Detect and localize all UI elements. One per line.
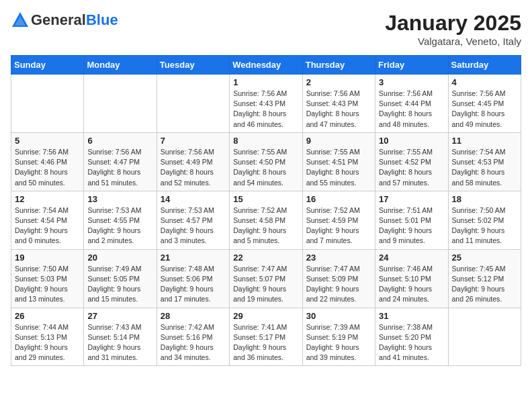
day-number: 30 bbox=[306, 311, 371, 321]
page-header: GeneralBlue January 2025 Valgatara, Vene… bbox=[11, 11, 521, 47]
logo-blue-text: Blue bbox=[86, 11, 118, 28]
weekday-header-thursday: Thursday bbox=[302, 56, 375, 75]
calendar-day-5: 5Sunrise: 7:56 AM Sunset: 4:46 PM Daylig… bbox=[11, 132, 84, 191]
calendar-empty-cell bbox=[11, 75, 84, 133]
day-info: Sunrise: 7:44 AM Sunset: 5:13 PM Dayligh… bbox=[15, 322, 80, 363]
calendar-empty-cell bbox=[157, 75, 229, 133]
day-number: 19 bbox=[15, 253, 80, 263]
day-info: Sunrise: 7:45 AM Sunset: 5:12 PM Dayligh… bbox=[452, 264, 517, 305]
calendar-day-1: 1Sunrise: 7:56 AM Sunset: 4:43 PM Daylig… bbox=[230, 75, 302, 133]
day-number: 9 bbox=[306, 136, 371, 146]
day-info: Sunrise: 7:50 AM Sunset: 5:02 PM Dayligh… bbox=[452, 205, 517, 246]
calendar-day-27: 27Sunrise: 7:43 AM Sunset: 5:14 PM Dayli… bbox=[84, 308, 157, 366]
day-number: 16 bbox=[306, 194, 371, 204]
calendar-day-31: 31Sunrise: 7:38 AM Sunset: 5:20 PM Dayli… bbox=[375, 308, 448, 366]
calendar-week-row: 26Sunrise: 7:44 AM Sunset: 5:13 PM Dayli… bbox=[11, 308, 521, 366]
day-info: Sunrise: 7:56 AM Sunset: 4:44 PM Dayligh… bbox=[379, 89, 444, 130]
calendar-day-15: 15Sunrise: 7:52 AM Sunset: 4:58 PM Dayli… bbox=[230, 191, 302, 249]
day-info: Sunrise: 7:53 AM Sunset: 4:57 PM Dayligh… bbox=[161, 205, 226, 246]
day-info: Sunrise: 7:50 AM Sunset: 5:03 PM Dayligh… bbox=[15, 264, 80, 305]
calendar-day-8: 8Sunrise: 7:55 AM Sunset: 4:50 PM Daylig… bbox=[230, 132, 302, 191]
day-number: 26 bbox=[15, 311, 80, 321]
calendar-day-26: 26Sunrise: 7:44 AM Sunset: 5:13 PM Dayli… bbox=[11, 308, 84, 366]
calendar-day-11: 11Sunrise: 7:54 AM Sunset: 4:53 PM Dayli… bbox=[448, 132, 521, 191]
calendar-day-18: 18Sunrise: 7:50 AM Sunset: 5:02 PM Dayli… bbox=[448, 191, 521, 249]
calendar-day-20: 20Sunrise: 7:49 AM Sunset: 5:05 PM Dayli… bbox=[84, 249, 157, 308]
day-info: Sunrise: 7:46 AM Sunset: 5:10 PM Dayligh… bbox=[379, 264, 444, 305]
day-info: Sunrise: 7:52 AM Sunset: 4:58 PM Dayligh… bbox=[233, 205, 298, 246]
calendar-week-row: 12Sunrise: 7:54 AM Sunset: 4:54 PM Dayli… bbox=[11, 191, 521, 249]
calendar-day-29: 29Sunrise: 7:41 AM Sunset: 5:17 PM Dayli… bbox=[230, 308, 302, 366]
day-number: 7 bbox=[161, 136, 226, 146]
day-info: Sunrise: 7:56 AM Sunset: 4:47 PM Dayligh… bbox=[87, 147, 152, 188]
day-number: 14 bbox=[161, 194, 226, 204]
day-info: Sunrise: 7:53 AM Sunset: 4:55 PM Dayligh… bbox=[87, 205, 152, 246]
day-info: Sunrise: 7:48 AM Sunset: 5:06 PM Dayligh… bbox=[161, 264, 226, 305]
calendar-day-9: 9Sunrise: 7:55 AM Sunset: 4:51 PM Daylig… bbox=[302, 132, 375, 191]
calendar-day-25: 25Sunrise: 7:45 AM Sunset: 5:12 PM Dayli… bbox=[448, 249, 521, 308]
calendar-day-13: 13Sunrise: 7:53 AM Sunset: 4:55 PM Dayli… bbox=[84, 191, 157, 249]
calendar-day-28: 28Sunrise: 7:42 AM Sunset: 5:16 PM Dayli… bbox=[157, 308, 229, 366]
day-number: 6 bbox=[87, 136, 152, 146]
logo: GeneralBlue bbox=[11, 11, 118, 30]
calendar-day-4: 4Sunrise: 7:56 AM Sunset: 4:45 PM Daylig… bbox=[448, 75, 521, 133]
location-subtitle: Valgatara, Veneto, Italy bbox=[385, 36, 521, 47]
day-info: Sunrise: 7:43 AM Sunset: 5:14 PM Dayligh… bbox=[87, 322, 152, 363]
day-number: 27 bbox=[87, 311, 152, 321]
day-info: Sunrise: 7:56 AM Sunset: 4:49 PM Dayligh… bbox=[161, 147, 226, 188]
logo-icon bbox=[11, 11, 30, 30]
calendar-week-row: 19Sunrise: 7:50 AM Sunset: 5:03 PM Dayli… bbox=[11, 249, 521, 308]
calendar-day-10: 10Sunrise: 7:55 AM Sunset: 4:52 PM Dayli… bbox=[375, 132, 448, 191]
day-number: 18 bbox=[452, 194, 517, 204]
weekday-header-row: SundayMondayTuesdayWednesdayThursdayFrid… bbox=[11, 56, 521, 75]
day-number: 29 bbox=[233, 311, 298, 321]
day-number: 17 bbox=[379, 194, 444, 204]
day-info: Sunrise: 7:52 AM Sunset: 4:59 PM Dayligh… bbox=[306, 205, 371, 246]
day-number: 1 bbox=[233, 77, 298, 87]
day-number: 23 bbox=[306, 253, 371, 263]
calendar-day-17: 17Sunrise: 7:51 AM Sunset: 5:01 PM Dayli… bbox=[375, 191, 448, 249]
day-number: 24 bbox=[379, 253, 444, 263]
weekday-header-saturday: Saturday bbox=[448, 56, 521, 75]
day-info: Sunrise: 7:54 AM Sunset: 4:53 PM Dayligh… bbox=[452, 147, 517, 188]
weekday-header-friday: Friday bbox=[375, 56, 448, 75]
day-info: Sunrise: 7:56 AM Sunset: 4:43 PM Dayligh… bbox=[233, 89, 298, 130]
day-info: Sunrise: 7:56 AM Sunset: 4:43 PM Dayligh… bbox=[306, 89, 371, 130]
calendar-day-30: 30Sunrise: 7:39 AM Sunset: 5:19 PM Dayli… bbox=[302, 308, 375, 366]
calendar-day-14: 14Sunrise: 7:53 AM Sunset: 4:57 PM Dayli… bbox=[157, 191, 229, 249]
day-number: 11 bbox=[452, 136, 517, 146]
day-number: 3 bbox=[379, 77, 444, 87]
calendar-day-22: 22Sunrise: 7:47 AM Sunset: 5:07 PM Dayli… bbox=[230, 249, 302, 308]
calendar-day-24: 24Sunrise: 7:46 AM Sunset: 5:10 PM Dayli… bbox=[375, 249, 448, 308]
calendar-day-2: 2Sunrise: 7:56 AM Sunset: 4:43 PM Daylig… bbox=[302, 75, 375, 133]
day-number: 2 bbox=[306, 77, 371, 87]
calendar-table: SundayMondayTuesdayWednesdayThursdayFrid… bbox=[11, 55, 521, 366]
calendar-empty-cell bbox=[448, 308, 521, 366]
calendar-week-row: 1Sunrise: 7:56 AM Sunset: 4:43 PM Daylig… bbox=[11, 75, 521, 133]
day-info: Sunrise: 7:39 AM Sunset: 5:19 PM Dayligh… bbox=[306, 322, 371, 363]
day-number: 5 bbox=[15, 136, 80, 146]
weekday-header-tuesday: Tuesday bbox=[157, 56, 229, 75]
day-number: 8 bbox=[233, 136, 298, 146]
day-number: 25 bbox=[452, 253, 517, 263]
day-number: 4 bbox=[452, 77, 517, 87]
weekday-header-monday: Monday bbox=[84, 56, 157, 75]
day-number: 28 bbox=[161, 311, 226, 321]
day-number: 12 bbox=[15, 194, 80, 204]
day-info: Sunrise: 7:56 AM Sunset: 4:46 PM Dayligh… bbox=[15, 147, 80, 188]
day-info: Sunrise: 7:51 AM Sunset: 5:01 PM Dayligh… bbox=[379, 205, 444, 246]
calendar-day-3: 3Sunrise: 7:56 AM Sunset: 4:44 PM Daylig… bbox=[375, 75, 448, 133]
day-number: 15 bbox=[233, 194, 298, 204]
day-info: Sunrise: 7:55 AM Sunset: 4:51 PM Dayligh… bbox=[306, 147, 371, 188]
calendar-day-16: 16Sunrise: 7:52 AM Sunset: 4:59 PM Dayli… bbox=[302, 191, 375, 249]
weekday-header-sunday: Sunday bbox=[11, 56, 84, 75]
day-number: 31 bbox=[379, 311, 444, 321]
calendar-day-21: 21Sunrise: 7:48 AM Sunset: 5:06 PM Dayli… bbox=[157, 249, 229, 308]
day-number: 10 bbox=[379, 136, 444, 146]
day-info: Sunrise: 7:47 AM Sunset: 5:07 PM Dayligh… bbox=[233, 264, 298, 305]
day-info: Sunrise: 7:42 AM Sunset: 5:16 PM Dayligh… bbox=[161, 322, 226, 363]
day-number: 22 bbox=[233, 253, 298, 263]
month-title: January 2025 bbox=[385, 11, 521, 36]
day-info: Sunrise: 7:49 AM Sunset: 5:05 PM Dayligh… bbox=[87, 264, 152, 305]
title-block: January 2025 Valgatara, Veneto, Italy bbox=[385, 11, 521, 47]
